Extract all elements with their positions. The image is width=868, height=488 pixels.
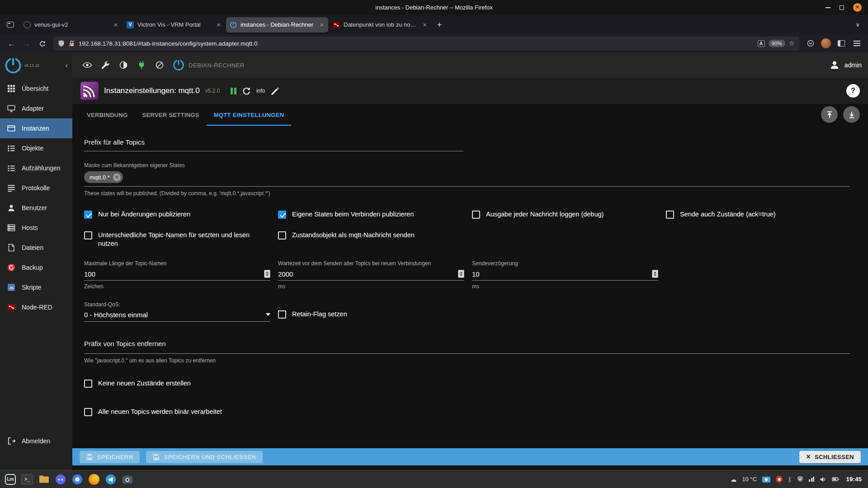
shield-tray-icon[interactable]: [797, 476, 803, 483]
reload-icon[interactable]: [35, 37, 49, 50]
sidebar-item-adapter[interactable]: Adapter: [0, 99, 72, 118]
checkbox-publish-changes[interactable]: Nur bei Änderungen publizieren: [84, 210, 278, 219]
edit-pencil-icon[interactable]: [270, 87, 278, 95]
user-menu[interactable]: admin: [829, 60, 862, 70]
mint-menu-button[interactable]: Lm: [4, 473, 17, 486]
checkbox-box[interactable]: [278, 211, 286, 219]
number-spinner[interactable]: [264, 270, 270, 278]
telegram-icon[interactable]: [104, 473, 118, 486]
bookmark-star-icon[interactable]: ☆: [789, 39, 795, 47]
translate-icon[interactable]: A: [758, 40, 765, 47]
discord-icon[interactable]: [54, 473, 67, 486]
sidebar-item-nodered[interactable]: Node-RED: [0, 297, 72, 317]
insecure-lock-icon[interactable]: [68, 40, 75, 47]
checkbox-debug-log[interactable]: Ausgabe jeder Nachricht loggen (debug): [472, 210, 666, 219]
tab-close-icon[interactable]: ×: [113, 21, 118, 28]
terminal-icon[interactable]: >_: [20, 473, 34, 486]
pause-icon[interactable]: [231, 88, 236, 94]
sidebar-item-skripte[interactable]: JS Skripte: [0, 277, 72, 297]
checkbox-box[interactable]: [84, 408, 92, 416]
wait-time-input[interactable]: 2000: [278, 270, 464, 281]
url-input[interactable]: 192.168.178.31:8081/#tab-instances/confi…: [53, 37, 799, 51]
sidebar-item-backup[interactable]: Backup: [0, 258, 72, 277]
clock[interactable]: 19:45: [846, 476, 862, 483]
chip-delete-icon[interactable]: ×: [113, 174, 121, 181]
help-button[interactable]: ?: [846, 84, 860, 98]
checkbox-box[interactable]: [278, 310, 286, 319]
minimize-button[interactable]: [826, 7, 830, 8]
profile-avatar[interactable]: [819, 37, 833, 50]
prefix-input[interactable]: Prefix für alle Topics: [84, 138, 463, 151]
checkbox-box[interactable]: [84, 380, 92, 388]
sidebar-item-benutzer[interactable]: Benutzer: [0, 198, 72, 218]
sidebar-item-abmelden[interactable]: Abmelden: [0, 431, 72, 451]
pocket-icon[interactable]: [804, 37, 817, 50]
import-config-button[interactable]: [821, 106, 838, 123]
wrench-icon[interactable]: [97, 56, 114, 74]
close-window-button[interactable]: ×: [853, 3, 862, 12]
sidebar-item-dateien[interactable]: Dateien: [0, 238, 72, 258]
close-button[interactable]: × SCHLIESSEN: [799, 451, 861, 463]
shield-icon[interactable]: [58, 40, 65, 47]
mask-input[interactable]: mqtt.0.* ×: [84, 171, 850, 187]
back-icon[interactable]: ←: [5, 37, 18, 50]
temperature[interactable]: 10 °C: [742, 476, 757, 483]
sidebar-item-instanzen[interactable]: Instanzen: [0, 118, 72, 138]
tab-close-icon[interactable]: ×: [422, 21, 428, 28]
checkbox-box[interactable]: [278, 231, 286, 239]
network-signal-icon[interactable]: [809, 477, 814, 482]
number-spinner[interactable]: [458, 270, 464, 278]
sidebar-item-objekte[interactable]: Objekte: [0, 138, 72, 158]
mask-chip[interactable]: mqtt.0.* ×: [84, 171, 123, 183]
bluetooth-icon[interactable]: ᛒ: [788, 476, 792, 483]
forward-icon[interactable]: →: [20, 37, 33, 50]
firefox-view-icon[interactable]: [4, 18, 17, 32]
number-spinner[interactable]: [652, 270, 658, 278]
browser-tab-victron[interactable]: V Victron Vis - VRM Portal ×: [123, 17, 225, 33]
tab-close-icon[interactable]: ×: [216, 21, 222, 28]
checkbox-box[interactable]: [666, 211, 674, 219]
max-length-input[interactable]: 100: [84, 270, 270, 281]
browser-tab-iobroker-active[interactable]: instances - Debian-Rechner ×: [226, 17, 328, 33]
checkbox-publish-own-states[interactable]: Eigene States beim Verbinden publizieren: [278, 210, 472, 219]
new-tab-button[interactable]: +: [432, 18, 447, 32]
remove-prefix-input[interactable]: Präfix von Topics entfernen: [84, 340, 850, 354]
file-manager-icon[interactable]: [37, 473, 51, 486]
volume-icon[interactable]: [820, 476, 826, 483]
firefox-icon[interactable]: [87, 473, 101, 486]
browser-app-icon[interactable]: [71, 473, 84, 486]
qos-select[interactable]: 0 - Höchstens einmal: [84, 311, 270, 322]
browser-tab-nodered[interactable]: Datenpunkt von iob zu nod… ×: [329, 17, 431, 33]
battery-icon[interactable]: [832, 476, 840, 482]
sidebar-item-protokolle[interactable]: Protokolle: [0, 178, 72, 198]
browser-tab-venus[interactable]: venus-gui-v2 ×: [20, 17, 122, 33]
refresh-icon[interactable]: [242, 86, 251, 95]
sidebar-item-uebersicht[interactable]: Übersicht: [0, 79, 72, 99]
tab-server-settings[interactable]: SERVER SETTINGS: [135, 104, 206, 126]
maximize-button[interactable]: [840, 5, 844, 10]
sidebar-toggle-icon[interactable]: [835, 37, 848, 50]
save-button[interactable]: SPEICHERN: [80, 451, 140, 463]
sidebar-item-aufzaehlungen[interactable]: Aufzählungen: [0, 158, 72, 178]
save-and-close-button[interactable]: SPEICHERN UND SCHLIESSEN: [146, 451, 263, 463]
checkbox-state-as-mqtt[interactable]: Zustandsobjekt als mqtt-Nachricht senden: [278, 231, 472, 249]
theme-toggle-icon[interactable]: [115, 56, 132, 74]
sidebar-item-hosts[interactable]: Hosts: [0, 218, 72, 238]
eye-icon[interactable]: [79, 56, 96, 74]
checkbox-binary-topics[interactable]: Alle neuen Topics werden binär verarbeit…: [84, 408, 850, 417]
checkbox-different-topics[interactable]: Unterschiedliche Topic-Namen für setzten…: [84, 231, 278, 249]
recorder-tray-icon[interactable]: [776, 476, 783, 483]
send-delay-input[interactable]: 10: [472, 270, 658, 281]
checkbox-send-ack[interactable]: Sende auch Zustände (ack=true): [666, 210, 860, 219]
menu-icon[interactable]: [850, 37, 863, 50]
tab-close-icon[interactable]: ×: [319, 21, 325, 28]
export-config-button[interactable]: [843, 106, 860, 123]
tab-verbindung[interactable]: VERBINDUNG: [80, 104, 135, 126]
list-all-tabs-icon[interactable]: ∨: [851, 21, 864, 28]
zoom-level-badge[interactable]: 90%: [769, 40, 785, 47]
expert-mode-off-icon[interactable]: [151, 56, 168, 74]
weather-icon[interactable]: ☁: [730, 476, 736, 483]
connection-plug-icon[interactable]: [133, 56, 150, 74]
screenshot-app-icon[interactable]: [121, 473, 134, 486]
checkbox-box[interactable]: [84, 231, 92, 239]
